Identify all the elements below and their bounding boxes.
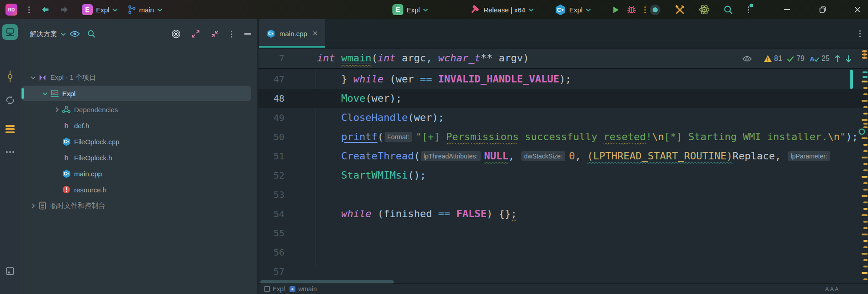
code-line-57[interactable]: 57 bbox=[258, 262, 868, 281]
inlay-hint[interactable]: dwStackSize: bbox=[521, 151, 565, 161]
error-stripe-mark[interactable] bbox=[863, 123, 868, 125]
error-stripe-mark[interactable] bbox=[863, 227, 868, 229]
run-button[interactable] bbox=[612, 6, 620, 14]
hide-panel-icon[interactable] bbox=[244, 33, 251, 35]
code-token[interactable]: int bbox=[317, 52, 341, 64]
code-token[interactable]: \n bbox=[828, 131, 840, 142]
bottom-tool-window-button[interactable] bbox=[0, 263, 20, 279]
chevron-right-icon[interactable] bbox=[28, 201, 38, 210]
breadcrumb-symbol[interactable]: wmain bbox=[289, 285, 316, 293]
code-token[interactable]: (LPTHREAD_START_ROUTINE) bbox=[587, 150, 733, 162]
code-token[interactable]: ); bbox=[846, 131, 858, 142]
code-token[interactable]: wmain bbox=[341, 52, 371, 64]
cpp-config-widget[interactable]: C Expl bbox=[555, 4, 591, 16]
line-number[interactable]: 47 bbox=[258, 70, 284, 89]
code-token[interactable]: CloseHandle bbox=[341, 112, 408, 123]
code-token[interactable]: ( bbox=[390, 73, 396, 85]
tab-close-icon[interactable]: ✕ bbox=[312, 29, 318, 38]
code-line-56[interactable]: 56 bbox=[258, 243, 868, 262]
error-stripe-mark[interactable] bbox=[863, 246, 868, 248]
error-stripe-mark[interactable] bbox=[863, 113, 868, 114]
maximize-button[interactable] bbox=[816, 3, 830, 16]
prev-issue-icon[interactable] bbox=[835, 55, 841, 62]
error-stripe-mark[interactable] bbox=[862, 214, 868, 216]
code-token[interactable]: , bbox=[508, 150, 520, 162]
panel-title[interactable]: 解决方案 bbox=[30, 30, 57, 38]
code-token[interactable]: ** bbox=[481, 52, 493, 64]
highlight-eye-icon[interactable] bbox=[742, 55, 752, 62]
branch-widget[interactable]: main bbox=[128, 5, 162, 14]
code-token[interactable]: 0 bbox=[569, 150, 575, 162]
chevron-down-icon[interactable] bbox=[40, 89, 49, 98]
chevron-right-icon[interactable] bbox=[52, 105, 61, 114]
error-stripe-mark[interactable] bbox=[862, 234, 868, 235]
code-text[interactable]: StartWMIMsi(); bbox=[341, 166, 426, 185]
code-token[interactable]: [*] Starting WMI installer. bbox=[664, 131, 828, 142]
line-number[interactable]: 48 bbox=[258, 89, 284, 108]
error-stripe-mark[interactable] bbox=[863, 71, 868, 73]
error-stripe-mark[interactable] bbox=[862, 100, 868, 102]
error-stripe-mark[interactable] bbox=[863, 163, 868, 165]
database-stripe-icon[interactable] bbox=[861, 49, 868, 60]
code-line-51[interactable]: 51CreateThread(lpThreadAttributes:NULL, … bbox=[258, 147, 868, 166]
error-stripe-mark[interactable] bbox=[863, 189, 868, 191]
error-stripe-mark[interactable] bbox=[863, 144, 868, 146]
code-token[interactable]: ); bbox=[559, 73, 572, 85]
error-stripe-mark[interactable] bbox=[863, 201, 868, 203]
error-stripe-mark[interactable] bbox=[863, 240, 868, 242]
error-stripe-mark[interactable] bbox=[862, 195, 868, 197]
code-token[interactable]: Replace bbox=[733, 150, 775, 162]
forward-icon[interactable] bbox=[60, 5, 69, 14]
error-stripe-mark[interactable] bbox=[863, 208, 868, 210]
tree-item-dependencies[interactable]: Dependencies bbox=[21, 102, 251, 117]
error-stripe-mark[interactable] bbox=[863, 87, 868, 89]
code-token[interactable]: Move bbox=[341, 93, 365, 104]
rider-logo-icon[interactable]: RD bbox=[5, 4, 17, 16]
code-token[interactable]: ( bbox=[377, 131, 383, 142]
breadcrumb-project[interactable]: Expl bbox=[264, 285, 285, 293]
code-token[interactable]: CreateThread bbox=[341, 150, 414, 162]
tab-options-icon[interactable] bbox=[858, 29, 862, 38]
more-actions-icon[interactable] bbox=[747, 5, 750, 14]
error-stripe-mark[interactable] bbox=[863, 182, 868, 184]
code-token[interactable]: , bbox=[575, 150, 587, 162]
error-stripe-mark[interactable] bbox=[863, 266, 868, 267]
tree-item-fileoplock.h[interactable]: hFileOplock.h bbox=[21, 150, 251, 165]
collapse-icon[interactable] bbox=[211, 30, 219, 38]
code-token[interactable]: finished bbox=[384, 208, 438, 219]
run-config-widget[interactable]: E Expl bbox=[392, 4, 428, 15]
line-number[interactable]: 56 bbox=[258, 243, 284, 262]
error-stripe-mark[interactable] bbox=[863, 169, 868, 171]
line-number[interactable]: 51 bbox=[258, 147, 284, 166]
code-token[interactable]: ( bbox=[408, 112, 414, 123]
code-line-47[interactable]: 47} while (wer == INVALID_HANDLE_VALUE); bbox=[258, 70, 868, 89]
code-token[interactable]: reseted bbox=[604, 131, 646, 142]
code-token[interactable]: wer bbox=[371, 93, 390, 104]
code-line-54[interactable]: 54while (finished == FALSE) {}; bbox=[258, 204, 868, 223]
line-number[interactable]: 57 bbox=[258, 262, 284, 281]
code-token[interactable]: Persmissions bbox=[446, 131, 519, 142]
error-stripe-mark[interactable] bbox=[863, 126, 868, 128]
tab-main-cpp[interactable]: C main.cpp ✕ bbox=[259, 19, 325, 48]
tree-item-expl[interactable]: C+Expl bbox=[21, 86, 251, 101]
debug-button[interactable] bbox=[627, 5, 636, 14]
chevron-down-icon[interactable] bbox=[28, 73, 38, 82]
code-text[interactable]: CreateThread(lpThreadAttributes:NULL, dw… bbox=[341, 147, 834, 166]
sticky-line[interactable]: 7 int wmain(int argc, wchar_t** argv) 81… bbox=[258, 49, 868, 69]
code-token[interactable]: "[+] bbox=[416, 131, 446, 142]
build-config-widget[interactable]: Release | x64 bbox=[469, 4, 533, 15]
line-number[interactable]: 50 bbox=[258, 127, 284, 147]
atom-science-icon[interactable] bbox=[699, 4, 710, 15]
code-token[interactable]: NULL bbox=[484, 150, 509, 162]
error-stripe-mark[interactable] bbox=[863, 278, 868, 280]
commit-stripe-button[interactable] bbox=[0, 68, 20, 85]
error-stripe-mark[interactable] bbox=[862, 157, 868, 158]
error-stripe-mark[interactable] bbox=[863, 106, 868, 108]
error-stripe-mark[interactable] bbox=[863, 93, 868, 95]
sticky-line-number[interactable]: 7 bbox=[258, 49, 284, 68]
tree-item-main.cpp[interactable]: Cmain.cpp bbox=[21, 166, 251, 181]
tree-item-def.h[interactable]: hdef.h bbox=[21, 118, 251, 133]
inlay-hint[interactable]: lpParameter: bbox=[788, 151, 830, 161]
code-token[interactable]: wer bbox=[414, 112, 432, 123]
record-icon[interactable] bbox=[649, 4, 661, 16]
